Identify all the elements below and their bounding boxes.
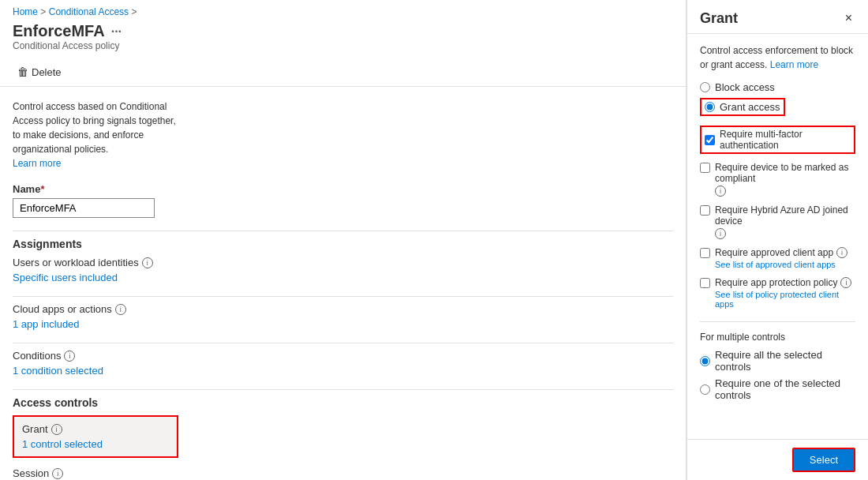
cloud-apps-label: Cloud apps or actions i — [13, 303, 673, 315]
toolbar: 🗑 Delete — [0, 58, 686, 87]
panel-header: Grant × — [687, 0, 868, 34]
grant-access-label: Grant access — [720, 101, 780, 113]
right-panel: Grant × Control access enforcement to bl… — [687, 0, 868, 480]
select-button[interactable]: Select — [792, 448, 855, 472]
mfa-checkbox[interactable] — [705, 135, 715, 145]
page-subtitle: Conditional Access policy — [0, 40, 686, 58]
grant-info-icon[interactable]: i — [51, 424, 62, 435]
grant-access-item: Grant access — [700, 98, 855, 116]
grant-box[interactable]: Grant i 1 control selected — [13, 415, 178, 458]
require-all-label: Require all the selected controls — [715, 349, 855, 373]
hybrid-ad-content: Require Hybrid Azure AD joined device i — [715, 204, 855, 239]
require-all-radio[interactable] — [700, 356, 710, 366]
session-section: Session i 0 controls selected — [13, 467, 673, 480]
radio-group: Block access Grant access — [700, 81, 855, 116]
assignments-title: Assignments — [13, 238, 673, 250]
trash-icon: 🗑 — [17, 66, 28, 78]
approved-client-info-icon[interactable]: i — [836, 247, 847, 258]
conditions-label: Conditions i — [13, 350, 673, 362]
block-access-item: Block access — [700, 81, 855, 93]
panel-title: Grant — [700, 10, 738, 27]
cloud-apps-info-icon[interactable]: i — [115, 304, 126, 315]
grant-value: 1 control selected — [22, 438, 169, 450]
protection-policy-link[interactable]: See list of policy protected client apps — [715, 290, 855, 309]
multiple-controls-title: For multiple controls — [700, 332, 855, 343]
grant-box-label: Grant i — [22, 423, 169, 435]
breadcrumb-sep2: > — [131, 6, 137, 17]
page-title-container: EnforceMFA ··· — [0, 21, 686, 40]
checkbox-section: Require multi-factor authentication Requ… — [700, 126, 855, 309]
device-compliant-item: Require device to be marked as compliant… — [700, 162, 855, 197]
main-content: Control access based on Conditional Acce… — [0, 87, 686, 480]
users-value[interactable]: Specific users included — [13, 272, 118, 283]
name-section: Name* — [13, 183, 673, 218]
hybrid-ad-label: Require Hybrid Azure AD joined device — [715, 204, 855, 227]
protection-policy-checkbox[interactable] — [700, 278, 710, 288]
panel-body: Control access enforcement to block or g… — [687, 34, 868, 439]
breadcrumb-home[interactable]: Home — [13, 6, 38, 17]
require-one-item: Require one of the selected controls — [700, 377, 855, 401]
access-controls-title: Access controls — [13, 396, 673, 409]
conditions-value[interactable]: 1 condition selected — [13, 365, 103, 377]
device-compliant-checkbox[interactable] — [700, 163, 710, 173]
approved-client-item: Require approved client app i See list o… — [700, 247, 855, 269]
page-title: EnforceMFA — [13, 22, 105, 40]
breadcrumb-conditional-access[interactable]: Conditional Access — [49, 6, 129, 17]
approved-client-label: Require approved client app — [715, 247, 833, 258]
hybrid-ad-item: Require Hybrid Azure AD joined device i — [700, 204, 855, 239]
panel-footer: Select — [687, 439, 868, 480]
approved-client-content: Require approved client app i See list o… — [715, 247, 847, 269]
multiple-controls-section: For multiple controls Require all the se… — [700, 321, 855, 401]
hybrid-ad-checkbox[interactable] — [700, 205, 710, 216]
approved-client-link[interactable]: See list of approved client apps — [715, 260, 847, 269]
description-text: Control access based on Conditional Acce… — [13, 99, 186, 171]
description-learn-more[interactable]: Learn more — [13, 158, 61, 169]
panel-description: Control access enforcement to block or g… — [700, 43, 855, 72]
grant-access-radio[interactable] — [705, 102, 715, 112]
divider2 — [13, 296, 673, 297]
divider3 — [13, 343, 673, 343]
hybrid-ad-info-icon[interactable]: i — [715, 228, 726, 239]
block-access-radio[interactable] — [700, 82, 710, 92]
block-access-label: Block access — [715, 81, 775, 93]
required-marker: * — [40, 183, 44, 195]
panel-learn-more[interactable]: Learn more — [770, 59, 818, 70]
device-compliant-content: Require device to be marked as compliant… — [715, 162, 855, 197]
left-panel: Home > Conditional Access > EnforceMFA ·… — [0, 0, 687, 480]
divider1 — [13, 231, 673, 231]
session-info-icon[interactable]: i — [52, 468, 63, 479]
require-one-radio[interactable] — [700, 384, 710, 395]
mfa-label: Require multi-factor authentication — [720, 129, 851, 151]
require-all-item: Require all the selected controls — [700, 349, 855, 373]
conditions-info-icon[interactable]: i — [64, 351, 75, 362]
name-label: Name* — [13, 183, 673, 195]
mfa-highlighted-box: Require multi-factor authentication — [700, 126, 855, 154]
divider4 — [13, 389, 673, 390]
protection-policy-label: Require app protection policy — [715, 277, 837, 288]
grant-access-highlighted: Grant access — [700, 98, 785, 116]
protection-policy-content: Require app protection policy i See list… — [715, 277, 855, 309]
delete-label: Delete — [32, 66, 62, 78]
approved-client-checkbox[interactable] — [700, 248, 710, 258]
breadcrumb-sep1: > — [40, 6, 46, 17]
ellipsis-menu[interactable]: ··· — [111, 24, 122, 39]
require-one-label: Require one of the selected controls — [715, 377, 855, 401]
session-label: Session i — [13, 467, 673, 479]
delete-button[interactable]: 🗑 Delete — [13, 62, 66, 81]
device-compliant-info-icon[interactable]: i — [715, 186, 726, 197]
breadcrumb: Home > Conditional Access > — [0, 0, 686, 21]
protection-policy-info-icon[interactable]: i — [840, 277, 851, 288]
panel-close-button[interactable]: × — [842, 9, 855, 27]
users-label: Users or workload identities i — [13, 257, 673, 268]
protection-policy-item: Require app protection policy i See list… — [700, 277, 855, 309]
name-input[interactable] — [13, 198, 155, 218]
users-info-icon[interactable]: i — [142, 257, 153, 268]
device-compliant-label: Require device to be marked as compliant — [715, 162, 855, 184]
cloud-apps-value[interactable]: 1 app included — [13, 318, 80, 330]
